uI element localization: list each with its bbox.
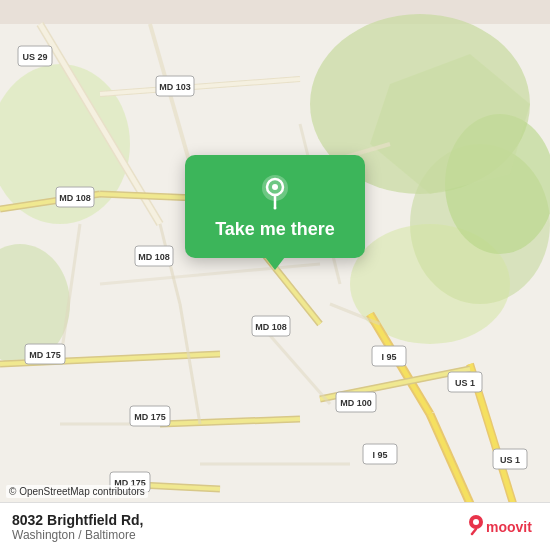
map-container: US 29 MD 103 MD 108 MD 108 MD 108 MD 175…: [0, 0, 550, 550]
svg-text:MD 108: MD 108: [59, 193, 91, 203]
bottom-bar: 8032 Brightfield Rd, Washington / Baltim…: [0, 502, 550, 550]
svg-point-74: [274, 207, 277, 210]
address-container: 8032 Brightfield Rd, Washington / Baltim…: [12, 512, 143, 542]
osm-attribution: © OpenStreetMap contributors: [6, 485, 148, 498]
svg-text:moovit: moovit: [486, 519, 532, 535]
svg-text:I 95: I 95: [372, 450, 387, 460]
location-pin-icon: [256, 173, 294, 211]
svg-text:MD 103: MD 103: [159, 82, 191, 92]
svg-text:US 1: US 1: [500, 455, 520, 465]
svg-point-72: [272, 184, 278, 190]
moovit-logo: moovit: [468, 512, 538, 542]
popup-card[interactable]: Take me there: [185, 155, 365, 258]
svg-text:MD 100: MD 100: [340, 398, 372, 408]
svg-text:MD 108: MD 108: [138, 252, 170, 262]
svg-text:I 95: I 95: [381, 352, 396, 362]
map-svg: US 29 MD 103 MD 108 MD 108 MD 108 MD 175…: [0, 0, 550, 550]
svg-text:MD 108: MD 108: [255, 322, 287, 332]
osm-attribution-text: © OpenStreetMap contributors: [9, 486, 145, 497]
moovit-logo-svg: moovit: [468, 512, 538, 542]
svg-text:US 29: US 29: [22, 52, 47, 62]
svg-text:US 1: US 1: [455, 378, 475, 388]
address-text: 8032 Brightfield Rd,: [12, 512, 143, 528]
popup-label: Take me there: [215, 219, 335, 240]
city-text: Washington / Baltimore: [12, 528, 143, 542]
svg-text:MD 175: MD 175: [29, 350, 61, 360]
svg-text:MD 175: MD 175: [134, 412, 166, 422]
svg-point-76: [473, 519, 479, 525]
